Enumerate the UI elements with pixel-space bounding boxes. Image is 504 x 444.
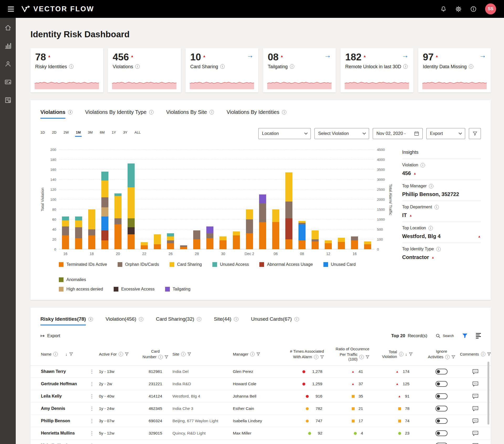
info-icon[interactable]: i [436, 247, 441, 251]
kpi-card[interactable]: 78▲Risky Identitiesi [30, 48, 103, 92]
kebab-menu-icon[interactable]: ⋮ [90, 418, 99, 424]
info-icon[interactable]: i [434, 205, 439, 209]
bar-slot[interactable] [164, 233, 177, 249]
bar-slot[interactable] [322, 240, 335, 249]
comment-icon[interactable] [472, 418, 479, 424]
export-button[interactable]: ↦ Export [40, 333, 60, 339]
legend-item-orphan[interactable]: Orphan IDs/Cards [118, 262, 159, 267]
kebab-menu-icon[interactable]: ⋮ [90, 381, 99, 387]
info-icon[interactable]: i [428, 226, 433, 230]
filter-funnel-icon[interactable] [320, 355, 324, 359]
kpi-card[interactable]: 97▲→Identity Data Missingi [418, 48, 491, 92]
bar-slot[interactable] [243, 209, 256, 249]
tab-violations-by-site[interactable]: Violations By Sitei [166, 109, 214, 119]
kpi-card[interactable]: 456▲Violationsi [108, 48, 181, 92]
bar-slot[interactable] [269, 209, 282, 249]
info-icon[interactable]: i [290, 64, 294, 69]
sidebar-audit-icon[interactable] [4, 97, 12, 104]
info-icon[interactable]: i [421, 163, 425, 167]
comment-icon[interactable] [472, 443, 479, 444]
info-icon[interactable]: i [295, 317, 299, 321]
info-icon[interactable]: i [181, 352, 186, 356]
range-3y[interactable]: 3Y [123, 130, 127, 137]
sidebar-card-icon[interactable] [4, 78, 12, 86]
location-select[interactable]: Location [258, 128, 311, 139]
filter-funnel-icon[interactable] [125, 352, 129, 356]
bar-slot[interactable] [138, 242, 151, 249]
kebab-menu-icon[interactable]: ⋮ [90, 369, 99, 374]
filter-funnel-icon[interactable] [187, 352, 191, 356]
filter-funnel-icon[interactable] [409, 352, 413, 356]
sort-desc-icon[interactable]: ↓ [405, 352, 407, 357]
tab-violations[interactable]: Violationsi [40, 109, 72, 119]
bar-slot[interactable] [151, 234, 164, 249]
kpi-card[interactable]: 10▲→Card Sharingi [186, 48, 258, 92]
sidebar-analytics-icon[interactable] [4, 42, 12, 49]
bar-slot[interactable] [72, 216, 85, 249]
info-icon[interactable]: i [135, 64, 140, 69]
comment-icon[interactable] [472, 431, 479, 436]
range-3m[interactable]: 3M [88, 130, 93, 137]
info-icon[interactable]: i [399, 352, 403, 356]
info-icon[interactable]: i [282, 110, 286, 114]
bar-slot[interactable] [308, 230, 322, 249]
tab-card-sharing-32[interactable]: Card Sharing(32)i [156, 316, 201, 325]
range-1y[interactable]: 1Y [112, 130, 116, 137]
help-info-icon[interactable] [470, 6, 477, 12]
info-icon[interactable]: i [53, 352, 58, 356]
filter-funnel-icon[interactable] [366, 355, 369, 359]
filter-funnel-icon[interactable] [487, 352, 491, 356]
kebab-menu-icon[interactable]: ⋮ [90, 430, 99, 436]
comment-icon[interactable] [472, 394, 479, 399]
tab-violations-by-identity-type[interactable]: Violations By Identity Typei [85, 109, 154, 119]
info-icon[interactable]: i [209, 110, 214, 114]
tab-violations-by-identities[interactable]: Violations By Identitiesi [227, 109, 286, 119]
filter-funnel-icon[interactable] [69, 352, 73, 356]
ignore-activities-toggle[interactable] [435, 381, 448, 387]
info-icon[interactable]: i [403, 64, 408, 69]
comment-icon[interactable] [472, 381, 479, 387]
chart-filter-button[interactable] [469, 128, 481, 139]
brand-logo[interactable]: VECTOR FLOW [21, 5, 94, 13]
kpi-drilldown-arrow[interactable]: → [479, 52, 486, 59]
bar-slot[interactable] [177, 245, 190, 249]
comment-icon[interactable] [472, 406, 479, 411]
info-icon[interactable]: i [149, 110, 154, 114]
ignore-activities-toggle[interactable] [435, 443, 448, 444]
tab-site-44[interactable]: Site(44)i [214, 316, 239, 325]
bar-slot[interactable] [335, 238, 348, 249]
legend-item-anomalies[interactable]: Anomalies [59, 277, 86, 282]
sidebar-home-icon[interactable] [4, 24, 12, 31]
tab-unused-cards-67[interactable]: Unused Cards(67)i [251, 316, 299, 325]
bar-slot[interactable] [348, 236, 361, 249]
filter-funnel-icon[interactable] [165, 355, 168, 359]
sidebar-identities-icon[interactable] [4, 60, 12, 67]
info-icon[interactable]: i [429, 184, 433, 188]
range-2w[interactable]: 2W [64, 130, 69, 137]
export-select[interactable]: Export [426, 128, 465, 139]
legend-item-unused_card[interactable]: Unused Card [323, 262, 356, 267]
kpi-drilldown-arrow[interactable]: → [324, 52, 331, 59]
violation-select[interactable]: Select Violation [314, 128, 369, 139]
comment-icon[interactable] [472, 369, 479, 374]
info-icon[interactable]: i [234, 317, 238, 321]
info-icon[interactable]: i [197, 317, 201, 321]
table-scrollbar[interactable] [487, 362, 489, 425]
bar-slot[interactable] [256, 194, 269, 249]
legend-item-terminated[interactable]: Terminated IDs Active [59, 262, 107, 267]
info-icon[interactable]: i [220, 64, 225, 69]
range-1d[interactable]: 1D [40, 130, 45, 137]
align-list-icon[interactable] [476, 333, 481, 339]
bar-slot[interactable] [98, 172, 111, 249]
info-icon[interactable]: i [481, 352, 485, 356]
legend-item-excessive[interactable]: Excessive Access [114, 287, 155, 292]
info-icon[interactable]: i [158, 355, 163, 359]
ignore-activities-toggle[interactable] [435, 393, 448, 399]
filter-funnel-icon[interactable] [256, 352, 260, 356]
info-icon[interactable]: i [68, 110, 72, 114]
range-all[interactable]: ALL [134, 130, 141, 137]
range-6m[interactable]: 6M [100, 130, 105, 137]
kpi-drilldown-arrow[interactable]: → [402, 52, 409, 59]
ignore-activities-toggle[interactable] [435, 369, 448, 374]
sort-desc-icon[interactable]: ↓ [65, 352, 67, 357]
